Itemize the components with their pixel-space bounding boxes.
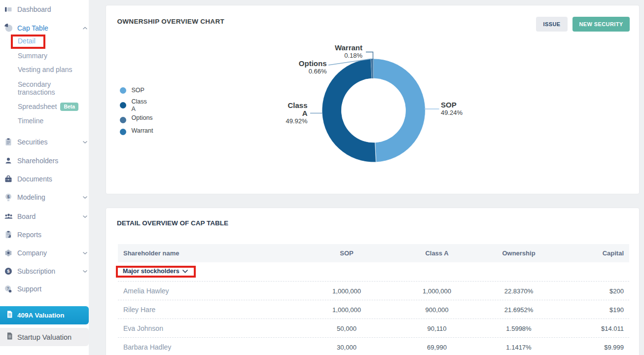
svg-text:$: $ [7, 268, 10, 274]
svg-text:$: $ [7, 194, 9, 199]
svg-text:?: ? [6, 286, 9, 291]
